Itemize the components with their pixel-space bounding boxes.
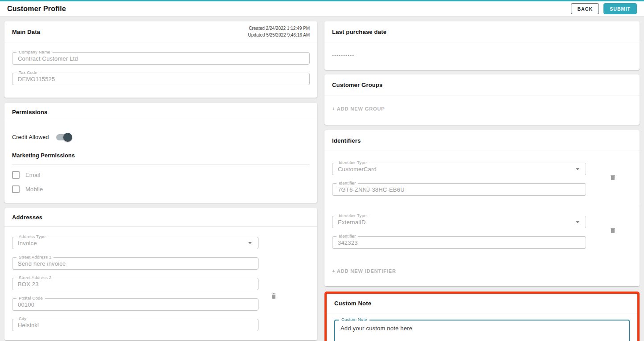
- company-name-field[interactable]: Company Name: [12, 52, 310, 65]
- marketing-option-email[interactable]: Email: [12, 171, 310, 179]
- custom-note-header: Custom Note: [327, 294, 637, 313]
- permissions-header: Permissions: [4, 103, 317, 121]
- credit-allowed-label: Credit Allowed: [12, 134, 49, 140]
- identifier-field[interactable]: Identifier: [332, 183, 586, 196]
- identifiers-card: Identifiers Identifier Type Identifier: [324, 130, 640, 286]
- delete-identifier-icon[interactable]: [609, 226, 616, 234]
- addresses-card: Addresses Address Type Street Address 1 …: [4, 208, 317, 340]
- custom-note-field-label: Custom Note: [339, 317, 369, 322]
- main-data-card: Main Data Created 2/24/2022 1:12:49 PM U…: [4, 21, 317, 98]
- customer-groups-title: Customer Groups: [332, 82, 383, 88]
- custom-note-title: Custom Note: [334, 300, 371, 307]
- last-purchase-value: ----------: [324, 42, 640, 70]
- main-data-body: Company Name Tax Code: [4, 42, 317, 98]
- customer-groups-header: Customer Groups: [324, 74, 640, 95]
- identifier-row: Identifier Type Identifier: [324, 151, 640, 204]
- postal-code-label: Postal Code: [16, 296, 45, 300]
- tax-code-label: Tax Code: [16, 70, 40, 75]
- identifier-input[interactable]: [338, 186, 580, 193]
- identifiers-title: Identifiers: [332, 137, 361, 144]
- created-updated-meta: Created 2/24/2022 1:12:49 PM Updated 5/2…: [248, 25, 310, 38]
- delete-identifier-icon[interactable]: [609, 173, 616, 181]
- city-input[interactable]: [18, 322, 253, 329]
- city-field[interactable]: City: [12, 319, 258, 331]
- addresses-header: Addresses: [4, 208, 317, 227]
- permissions-body: Credit Allowed Marketing Permissions Ema…: [4, 121, 317, 203]
- postal-code-input[interactable]: [18, 301, 253, 308]
- identifier-row: Identifier Type Identifier: [324, 204, 640, 257]
- street-address-1-label: Street Address 1: [16, 255, 53, 259]
- page-title: Customer Profile: [7, 5, 66, 13]
- permissions-title: Permissions: [12, 109, 48, 115]
- identifier-type-select[interactable]: Identifier Type: [332, 216, 586, 228]
- left-column: Main Data Created 2/24/2022 1:12:49 PM U…: [4, 21, 317, 341]
- credit-allowed-toggle[interactable]: [56, 133, 71, 142]
- identifiers-footer: + ADD NEW IDENTIFIER: [324, 257, 640, 286]
- last-purchase-card: Last purchase date ----------: [324, 21, 640, 70]
- custom-note-body: Custom Note Add your custom note here: [327, 313, 637, 341]
- customer-groups-body: + ADD NEW GROUP: [324, 95, 640, 125]
- tax-code-field[interactable]: Tax Code: [12, 73, 310, 85]
- checkbox-label: Email: [25, 172, 41, 178]
- content: Main Data Created 2/24/2022 1:12:49 PM U…: [0, 16, 644, 341]
- street-address-1-input[interactable]: [18, 260, 253, 267]
- identifier-type-label: Identifier Type: [336, 160, 369, 165]
- submit-button[interactable]: SUBMIT: [603, 3, 637, 14]
- last-purchase-title: Last purchase date: [332, 29, 386, 35]
- identifier-fields: Identifier Type Identifier: [332, 163, 586, 196]
- street-address-1-field[interactable]: Street Address 1: [12, 257, 258, 270]
- toggle-knob: [63, 133, 72, 142]
- address-fields: Address Type Street Address 1 Street Add…: [12, 237, 258, 331]
- address-type-select[interactable]: Address Type: [12, 237, 258, 249]
- identifiers-header: Identifiers: [324, 130, 640, 151]
- checkbox-icon[interactable]: [12, 171, 20, 179]
- tax-code-input[interactable]: [18, 76, 304, 82]
- updated-timestamp: Updated 5/25/2022 9:46:16 AM: [248, 32, 310, 38]
- address-type-value[interactable]: [18, 240, 253, 247]
- main-data-header: Main Data Created 2/24/2022 1:12:49 PM U…: [4, 21, 317, 42]
- delete-address-icon[interactable]: [270, 292, 277, 300]
- marketing-option-mobile[interactable]: Mobile: [12, 185, 310, 193]
- custom-note-text: Add your custom note here: [340, 325, 412, 332]
- add-new-group-button[interactable]: + ADD NEW GROUP: [324, 95, 393, 125]
- company-name-input[interactable]: [18, 55, 304, 62]
- topbar-actions: BACK SUBMIT: [571, 3, 637, 14]
- back-button[interactable]: BACK: [571, 3, 599, 14]
- addresses-title: Addresses: [12, 214, 42, 221]
- street-address-2-label: Street Address 2: [16, 275, 53, 280]
- identifier-type-value[interactable]: [338, 166, 580, 173]
- identifier-fields: Identifier Type Identifier: [332, 216, 586, 249]
- street-address-2-input[interactable]: [18, 281, 253, 288]
- right-column: Last purchase date ---------- Customer G…: [324, 21, 640, 341]
- identifier-type-label: Identifier Type: [336, 213, 369, 218]
- custom-note-card: Custom Note Custom Note Add your custom …: [327, 294, 637, 341]
- checkbox-label: Mobile: [25, 186, 43, 193]
- checkbox-icon[interactable]: [12, 185, 20, 193]
- postal-code-field[interactable]: Postal Code: [12, 298, 258, 311]
- identifier-label: Identifier: [336, 181, 358, 185]
- marketing-permissions-title: Marketing Permissions: [12, 152, 310, 164]
- last-purchase-header: Last purchase date: [324, 21, 640, 42]
- customer-groups-card: Customer Groups + ADD NEW GROUP: [324, 74, 640, 125]
- permissions-card: Permissions Credit Allowed Marketing Per…: [4, 103, 317, 203]
- identifier-type-value[interactable]: [338, 219, 580, 226]
- created-timestamp: Created 2/24/2022 1:12:49 PM: [248, 25, 310, 32]
- top-bar: Customer Profile BACK SUBMIT: [0, 0, 644, 16]
- addresses-body: Address Type Street Address 1 Street Add…: [4, 227, 317, 340]
- identifier-input[interactable]: [338, 239, 580, 246]
- company-name-label: Company Name: [16, 49, 53, 54]
- identifier-field[interactable]: Identifier: [332, 236, 586, 249]
- custom-note-highlight-box: Custom Note Custom Note Add your custom …: [324, 292, 640, 341]
- main-data-title: Main Data: [12, 29, 40, 35]
- address-type-label: Address Type: [16, 234, 48, 239]
- identifier-label: Identifier: [336, 234, 358, 238]
- add-new-identifier-button[interactable]: + ADD NEW IDENTIFIER: [324, 261, 404, 283]
- street-address-2-field[interactable]: Street Address 2: [12, 278, 258, 290]
- city-label: City: [16, 316, 29, 321]
- credit-allowed-row: Credit Allowed: [12, 133, 310, 142]
- custom-note-textarea[interactable]: Custom Note Add your custom note here: [334, 320, 630, 341]
- identifier-type-select[interactable]: Identifier Type: [332, 163, 586, 175]
- text-cursor: [413, 325, 413, 331]
